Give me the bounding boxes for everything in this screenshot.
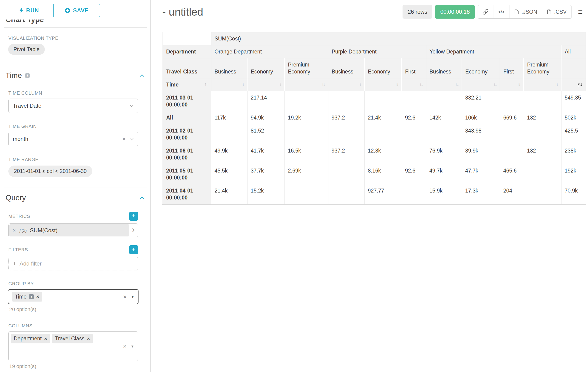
value-cell: 92.6 [402, 111, 426, 124]
group-by-tag[interactable]: Time i × [12, 292, 42, 302]
value-cell: 937.2 [328, 111, 364, 124]
value-cell: 425.5 [561, 124, 586, 144]
value-cell [211, 124, 247, 144]
fx-icon: ƒ(x) [19, 228, 27, 233]
visualization-type-pill[interactable]: Pivot Table [8, 44, 45, 55]
value-cell: 41.7k [247, 144, 284, 164]
value-cell: 47.7k [462, 164, 500, 184]
class-header: Premium Economy [524, 58, 561, 78]
class-header: Economy [364, 58, 402, 78]
pivot-metric-row: SUM(Cost) [163, 32, 586, 45]
class-header: First [402, 58, 426, 78]
value-cell: 465.6 [500, 164, 524, 184]
value-cell: 17.3k [462, 184, 500, 204]
run-button[interactable]: RUN [5, 4, 54, 17]
metric-control[interactable]: × ƒ(x) SUM(Cost) › [8, 223, 138, 237]
group-by-label: GROUP BY [8, 281, 150, 287]
columns-select[interactable]: Department × Travel Class × × ▼ [8, 331, 138, 361]
sort-toggle-icon[interactable]: ↑↓ [395, 82, 398, 88]
sort-toggle-icon[interactable]: ↑↓ [358, 82, 361, 88]
remove-tag-icon[interactable]: × [36, 294, 39, 299]
triangle-down-icon[interactable]: ▼ [131, 344, 134, 348]
menu-button[interactable]: ≡ [574, 5, 586, 19]
embed-code-button[interactable]: </> [493, 5, 509, 19]
save-label: SAVE [73, 7, 89, 14]
time-column-select[interactable]: Travel Date [8, 99, 138, 113]
copy-link-button[interactable] [478, 5, 494, 19]
value-cell: 343.98 [462, 124, 500, 144]
value-cell: 2.69k [284, 164, 328, 184]
link-icon [483, 9, 489, 15]
chart-header: - untitled 26 rows 00:00:00.18 </> [162, 5, 586, 19]
plus-icon: + [132, 246, 136, 253]
sort-toggle-icon[interactable]: ↑↓ [205, 81, 208, 87]
add-metric-button[interactable]: + [129, 212, 138, 221]
export-json-button[interactable]: .JSON [509, 5, 542, 19]
sort-toggle-icon[interactable]: ↑↓ [241, 82, 244, 88]
filters-label-row: FILTERS + [8, 245, 138, 254]
sort-toggle-icon[interactable]: ↑↓ [278, 82, 281, 88]
remove-tag-icon[interactable]: × [87, 336, 90, 341]
value-cell: 132 [524, 111, 561, 124]
metric-pill[interactable]: × ƒ(x) SUM(Cost) [9, 224, 129, 236]
clear-icon[interactable]: × [122, 136, 126, 142]
class-header [561, 58, 586, 78]
chevron-down-icon [129, 105, 134, 107]
remove-metric-icon[interactable]: × [12, 227, 16, 234]
time-range-label: TIME RANGE [8, 157, 150, 162]
value-cell: 669.6 [500, 111, 524, 124]
value-cell: 15.9k [426, 184, 462, 204]
sort-cell [561, 78, 586, 91]
metrics-label-row: METRICS + [8, 212, 138, 221]
columns-tag[interactable]: Travel Class × [52, 334, 93, 343]
value-cell: 19.2k [284, 111, 328, 124]
sort-toggle-icon[interactable]: ↑↓ [420, 82, 422, 88]
group-by-select[interactable]: Time i × × ▼ [8, 289, 138, 304]
sort-toggle-icon[interactable]: ↑↓ [455, 82, 458, 88]
save-button[interactable]: SAVE [53, 4, 100, 17]
query-section-header: Query [6, 193, 144, 202]
chart-title[interactable]: - untitled [162, 6, 203, 18]
value-cell: 502k [561, 111, 586, 124]
time-grain-select[interactable]: month × [8, 132, 138, 146]
divider [4, 27, 147, 28]
sort-toggle-icon[interactable]: ↑↓ [517, 82, 520, 88]
add-filter-button[interactable]: + Add filter [8, 257, 138, 270]
tag-label: Time [15, 294, 27, 300]
clear-icon[interactable]: × [123, 343, 126, 349]
value-cell [524, 124, 561, 144]
value-cell: 927.77 [364, 184, 402, 204]
plus-icon: + [132, 213, 136, 219]
value-cell: 192k [561, 164, 586, 184]
sort-desc-active-icon[interactable] [578, 83, 582, 87]
group-by-options-count: 20 option(s) [9, 307, 150, 312]
collapse-chevron-icon[interactable] [140, 196, 144, 199]
add-filter-plus-button[interactable]: + [129, 245, 138, 254]
columns-options-count: 19 option(s) [9, 363, 150, 370]
time-range-pill[interactable]: 2011-01-01 ≤ col < 2011-06-30 [8, 166, 92, 177]
caret-right-icon[interactable]: › [129, 225, 137, 235]
columns-label: COLUMNS [8, 323, 150, 329]
sort-toggle-icon[interactable]: ↑↓ [322, 82, 325, 88]
sort-toggle-icon[interactable]: ↑↓ [494, 82, 496, 88]
collapse-chevron-icon[interactable] [140, 74, 144, 77]
value-cell [211, 91, 247, 111]
row-label-cell: 2011-03-01 00:00:00 [163, 91, 211, 111]
remove-tag-icon[interactable]: × [44, 336, 47, 341]
chart-type-heading: Chart Type [6, 20, 150, 24]
export-button-group: </> .JSON .CSV [478, 5, 571, 19]
value-cell: 12.3k [364, 144, 402, 164]
pivot-table: SUM(Cost)DepartmentOrange DepartmentPurp… [162, 32, 586, 204]
group-header: Orange Department [211, 45, 328, 58]
csv-label: .CSV [554, 9, 567, 15]
value-cell [402, 124, 426, 144]
columns-tag[interactable]: Department × [11, 334, 50, 343]
value-cell [402, 184, 426, 204]
clear-icon[interactable]: × [123, 294, 127, 300]
sort-toggle-icon[interactable]: ↑↓ [555, 82, 558, 88]
class-header: First [500, 58, 524, 78]
triangle-down-icon[interactable]: ▼ [131, 295, 134, 299]
sort-cell: ↑↓ [500, 78, 524, 91]
row-count-badge: 26 rows [402, 5, 432, 19]
export-csv-button[interactable]: .CSV [542, 5, 571, 19]
